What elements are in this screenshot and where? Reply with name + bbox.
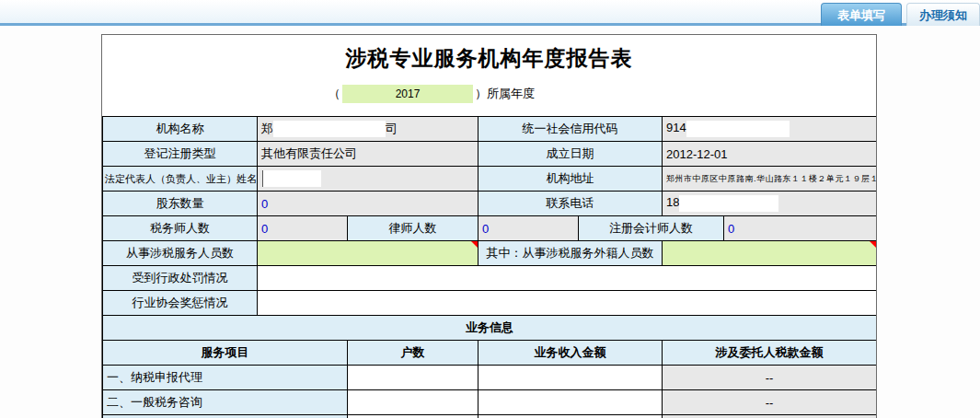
table-row: 税务师人数 0 律师人数 0 注册会计师人数 0 [103,216,877,241]
business-row-client-tax: -- [663,366,877,390]
col-header-income: 业务收入金额 [478,341,663,366]
org-name-suffix: 司 [386,122,398,135]
reg-type-label: 登记注册类型 [103,142,258,167]
org-name-redaction [273,121,386,137]
phone-redaction [679,195,778,212]
shareholder-count-value[interactable]: 0 [258,192,478,216]
reg-type-value: 其他有限责任公司 [258,142,478,167]
business-row-households-input[interactable] [348,415,478,418]
legal-rep-value [258,167,478,192]
table-row: 登记注册类型 其他有限责任公司 成立日期 2012-12-01 [103,142,877,167]
credit-code-label: 统一社会信用代码 [478,117,663,142]
top-tab-bar: 表单填写 办理须知 [0,0,980,26]
phone-value: 18 [663,192,877,216]
business-row-households-input[interactable] [348,390,478,415]
form-panel: 涉税专业服务机构年度报告表 （ 2017 ）所属年度 机构名称 郑司 统一社会信… [101,34,877,418]
service-staff-count-label: 从事涉税服务人员数 [103,241,258,266]
legal-rep-label: 法定代表人（负责人、业主）姓名 [103,167,258,192]
phone-text: 18 [666,195,679,209]
org-name-prefix: 郑 [261,122,273,135]
admin-penalty-label: 受到行政处罚情况 [103,266,258,291]
lawyer-count-value[interactable]: 0 [478,216,579,241]
establish-date-value: 2012-12-01 [663,142,877,167]
table-row: 服务项目 户数 业务收入金额 涉及委托人税款金额 [103,341,877,366]
table-row: 从事涉税服务人员数 其中：从事涉税服务外籍人员数 [103,241,877,266]
business-row-client-tax [663,415,877,418]
business-row-income-input[interactable] [478,415,663,418]
table-row: 机构名称 郑司 统一社会信用代码 914 [103,117,877,142]
shareholder-count-label: 股东数量 [103,192,258,216]
page-title: 涉税专业服务机构年度报告表 [102,44,876,73]
foreign-staff-count-label: 其中：从事涉税服务外籍人员数 [478,241,663,266]
required-corner-marker [471,241,478,248]
business-info-section-title: 业务信息 [103,316,877,341]
cpa-count-value[interactable]: 0 [724,216,877,241]
business-row-income-input[interactable] [478,390,663,415]
cpa-count-label: 注册会计师人数 [579,216,724,241]
credit-code-value: 914 [663,117,877,142]
establish-date-label: 成立日期 [478,142,663,167]
year-open-paren: （ [329,86,340,102]
lawyer-count-label: 律师人数 [348,216,478,241]
credit-code-text: 914 [666,121,686,134]
business-row-name: 二、一般税务咨询 [103,390,348,415]
business-row-name: 一、纳税申报代理 [103,366,348,390]
year-input[interactable]: 2017 [342,85,473,103]
report-table: 机构名称 郑司 统一社会信用代码 914 登记注册类型 其他有限责任公司 成立日… [102,116,877,418]
year-line: （ 2017 ）所属年度 [102,84,876,104]
col-header-client-tax: 涉及委托人税款金额 [663,341,877,366]
required-corner-marker [870,241,876,248]
business-row-income-input[interactable] [478,366,663,390]
association-reward-label: 行业协会奖惩情况 [103,291,258,316]
business-row-name [103,415,348,418]
phone-label: 联系电话 [478,192,663,216]
table-row: 法定代表人（负责人、业主）姓名 机构地址 郑州市中原区中原路南.华山路东１１楼２… [103,167,877,192]
table-row: 业务信息 [103,316,877,341]
business-row-client-tax: -- [663,390,877,415]
table-row: 行业协会奖惩情况 [103,291,877,316]
association-reward-input[interactable] [258,291,877,316]
legal-rep-redaction [262,170,321,187]
address-value: 郑州市中原区中原路南.华山路东１１楼２单元１９层１９０１号 [663,167,877,192]
tax-agent-count-label: 税务师人数 [103,216,258,241]
foreign-staff-count-input[interactable] [663,241,877,266]
org-name-value: 郑司 [258,117,478,142]
tab-group: 表单填写 办理须知 [821,3,980,26]
table-row: 股东数量 0 联系电话 18 [103,192,877,216]
service-staff-count-input[interactable] [258,241,478,266]
tax-agent-count-value[interactable]: 0 [258,216,348,241]
year-close-text: ）所属年度 [475,86,535,102]
table-row: 二、一般税务咨询 -- [103,390,877,415]
tab-handling-notice[interactable]: 办理须知 [906,3,980,26]
business-row-households-input[interactable] [348,366,478,390]
col-header-households: 户数 [348,341,478,366]
table-row: 受到行政处罚情况 [103,266,877,291]
table-row [103,415,877,418]
org-name-label: 机构名称 [103,117,258,142]
table-row: 一、纳税申报代理 -- [103,366,877,390]
admin-penalty-input[interactable] [258,266,877,291]
credit-code-redaction [686,121,790,137]
tab-form-fill[interactable]: 表单填写 [821,3,902,26]
address-label: 机构地址 [478,167,663,192]
col-header-service-item: 服务项目 [103,341,348,366]
